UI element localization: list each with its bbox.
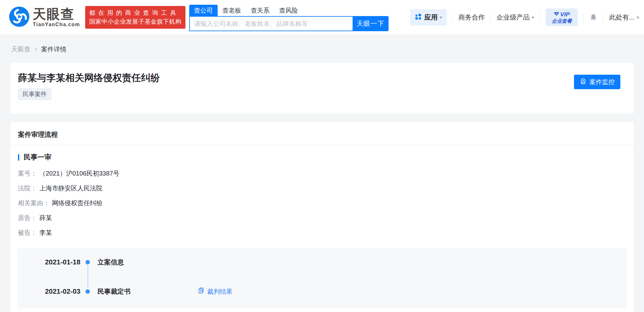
- section-title: 案件审理流程: [10, 122, 634, 145]
- case-title-card: 薛某与李某相关网络侵权责任纠纷 民事案件 案件监控: [10, 63, 634, 113]
- timeline: 2021-01-18 立案信息 2021-02-03 民事裁定书: [17, 248, 627, 309]
- case-fields: 案号： （2021）沪0106民初3387号 法院： 上海市静安区人民法院 相关…: [18, 169, 634, 237]
- timeline-dot-icon: [85, 260, 90, 264]
- breadcrumb-home-link[interactable]: 天眼查: [11, 45, 30, 54]
- page-title: 薛某与李某相关网络侵权责任纠纷: [18, 72, 626, 84]
- field-label: 被告：: [18, 228, 37, 237]
- apps-menu-label: 应用: [424, 13, 437, 22]
- field-row-cause: 相关案由： 网络侵权责任纠纷: [18, 199, 634, 207]
- timeline-event-title: 立案信息: [97, 258, 178, 267]
- vip-package-label: 企业套餐: [552, 18, 572, 24]
- chevron-down-icon: ▾: [440, 15, 442, 20]
- timeline-connector-line: [87, 264, 88, 288]
- tab-relation[interactable]: 查关系: [246, 5, 274, 16]
- field-value: 上海市静安区人民法院: [39, 184, 102, 192]
- timeline-item-filing: 2021-01-18 立案信息: [17, 258, 627, 267]
- chevron-down-icon: ▾: [532, 15, 534, 20]
- case-type-badge: 民事案件: [18, 88, 51, 100]
- tab-boss[interactable]: 查老板: [218, 5, 246, 16]
- apps-grid-icon: [415, 14, 421, 21]
- nav-divider: [452, 13, 453, 21]
- field-row-defendant: 被告： 李某: [18, 228, 634, 237]
- breadcrumb-separator: >: [34, 46, 38, 53]
- promo-line2: 国家中小企业发展子基金旗下机构: [89, 17, 181, 26]
- chevron-down-icon: ▾: [637, 15, 639, 20]
- logo-brand-text: 天眼查: [33, 7, 74, 21]
- search-tabs: 查公司 查老板 查关系 查风险: [189, 3, 389, 16]
- promo-line1: 都在用的商业查询工具: [89, 9, 181, 17]
- search-area: 查公司 查老板 查关系 查风险 天眼一下: [189, 3, 389, 31]
- breadcrumb: 天眼查 > 案件详情: [11, 45, 644, 54]
- header-nav: 应用 ▾ 商务合作 企业级产品 ▾ VIP 企业套餐: [410, 9, 639, 26]
- stage-header: 民事一审: [18, 153, 634, 162]
- timeline-date: 2021-02-03: [17, 287, 80, 296]
- enterprise-products-label: 企业级产品: [496, 13, 530, 22]
- field-label: 法院：: [18, 184, 37, 192]
- tianyancha-logo[interactable]: 天眼查 TianYanCha.com: [8, 6, 80, 29]
- user-menu-label: 此处有...: [609, 13, 635, 22]
- notification-bell-icon[interactable]: [589, 14, 597, 21]
- nav-divider: [540, 13, 540, 21]
- breadcrumb-current: 案件详情: [41, 45, 67, 54]
- logo-domain-text: TianYanCha.com: [33, 22, 80, 27]
- promo-banner: 都在用的商业查询工具 国家中小企业发展子基金旗下机构: [85, 6, 185, 29]
- nav-item-business-cooperation[interactable]: 商务合作: [458, 13, 485, 22]
- field-value: 网络侵权责任纠纷: [52, 199, 102, 207]
- vip-heart-icon: [554, 11, 559, 18]
- field-value: 李某: [39, 228, 52, 237]
- case-monitor-button[interactable]: 案件监控: [574, 75, 620, 89]
- tab-company[interactable]: 查公司: [189, 5, 218, 16]
- user-menu[interactable]: 此处有... ▾: [609, 13, 639, 22]
- top-bar: 天眼查 TianYanCha.com 都在用的商业查询工具 国家中小企业发展子基…: [0, 0, 644, 35]
- field-label: 原告：: [18, 214, 37, 222]
- apps-menu-button[interactable]: 应用 ▾: [410, 9, 447, 26]
- field-row-court: 法院： 上海市静安区人民法院: [18, 184, 634, 192]
- case-process-card: 案件审理流程 民事一审 案号： （2021）沪0106民初3387号 法院： 上…: [10, 122, 634, 312]
- field-value: （2021）沪0106民初3387号: [39, 169, 119, 177]
- judgment-result-label: 裁判结果: [207, 287, 232, 296]
- nav-divider: [603, 13, 603, 21]
- stage-accent-bar: [18, 154, 19, 161]
- monitor-camera-icon: [580, 78, 587, 86]
- field-row-plaintiff: 原告： 薛某: [18, 214, 634, 222]
- judgment-result-link[interactable]: 裁判结果: [198, 287, 232, 296]
- field-label: 相关案由：: [18, 199, 50, 207]
- vip-label: VIP: [560, 11, 570, 18]
- tab-risk[interactable]: 查风险: [274, 5, 303, 16]
- nav-divider: [583, 13, 584, 21]
- document-icon: [198, 287, 204, 296]
- timeline-event-title: 民事裁定书: [97, 287, 178, 296]
- logo-swirl-icon: [8, 6, 30, 29]
- timeline-item-ruling: 2021-02-03 民事裁定书 裁判结果: [17, 287, 627, 296]
- page-content: 薛某与李某相关网络侵权责任纠纷 民事案件 案件监控 案件审理流程 民事一审 案号…: [0, 63, 644, 312]
- timeline-date: 2021-01-18: [17, 258, 80, 266]
- nav-item-enterprise-products[interactable]: 企业级产品 ▾: [496, 13, 534, 22]
- field-label: 案号：: [18, 169, 37, 177]
- vip-package-button[interactable]: VIP 企业套餐: [546, 9, 578, 26]
- field-value: 薛某: [39, 214, 52, 222]
- timeline-dot-icon: [85, 289, 90, 294]
- case-monitor-label: 案件监控: [589, 78, 615, 86]
- field-row-case-number: 案号： （2021）沪0106民初3387号: [18, 169, 634, 177]
- stage-title: 民事一审: [24, 153, 51, 162]
- nav-divider: [490, 13, 491, 21]
- search-button[interactable]: 天眼一下: [353, 16, 389, 31]
- search-input[interactable]: [189, 16, 353, 31]
